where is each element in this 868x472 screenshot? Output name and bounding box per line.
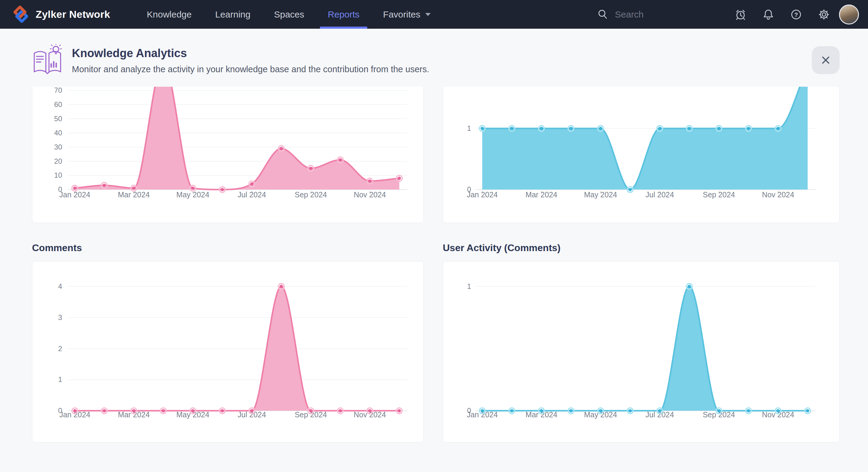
svg-text:Nov 2024: Nov 2024 [354, 190, 386, 199]
user-avatar[interactable] [839, 4, 859, 25]
alarm-clock-icon[interactable] [735, 9, 746, 20]
page: Zylker Network KnowledgeLearningSpacesRe… [0, 0, 868, 472]
nav-item-label: Favorites [383, 9, 420, 20]
close-button[interactable] [812, 46, 840, 74]
svg-text:Jul 2024: Jul 2024 [238, 190, 266, 199]
svg-text:50: 50 [54, 115, 62, 123]
svg-text:Jan 2024: Jan 2024 [59, 190, 90, 199]
svg-text:1: 1 [467, 282, 471, 290]
chart-card-comments: 01234Jan 2024Mar 2024May 2024Jul 2024Sep… [32, 261, 424, 442]
top-navbar: Zylker Network KnowledgeLearningSpacesRe… [0, 0, 868, 29]
svg-text:May 2024: May 2024 [584, 190, 617, 199]
chart-title-comments: Comments [32, 242, 82, 254]
svg-text:May 2024: May 2024 [176, 190, 210, 199]
svg-text:Jul 2024: Jul 2024 [645, 190, 674, 199]
svg-text:?: ? [794, 11, 798, 18]
svg-text:Nov 2024: Nov 2024 [762, 190, 794, 199]
brand-name: Zylker Network [36, 8, 110, 20]
nav-item-reports[interactable]: Reports [328, 0, 360, 29]
nav-item-favorites[interactable]: Favorites [383, 0, 430, 29]
svg-text:70: 70 [54, 86, 62, 94]
brand[interactable]: Zylker Network [12, 0, 110, 29]
svg-text:Mar 2024: Mar 2024 [118, 190, 150, 199]
svg-text:Mar 2024: Mar 2024 [526, 190, 557, 199]
area-chart-comments-pink: 01234Jan 2024Mar 2024May 2024Jul 2024Sep… [32, 261, 424, 442]
chart-card-user-activity: 01Jan 2024Mar 2024May 2024Jul 2024Sep 20… [443, 261, 840, 442]
main-nav: KnowledgeLearningSpacesReportsFavorites [147, 0, 431, 29]
notifications-bell-icon[interactable] [763, 9, 774, 20]
svg-text:Jan 2024: Jan 2024 [467, 190, 498, 199]
knowledge-analytics-icon [31, 44, 64, 77]
page-header: Knowledge Analytics Monitor and analyze … [0, 29, 868, 87]
nav-item-knowledge[interactable]: Knowledge [147, 0, 191, 29]
svg-text:60: 60 [54, 100, 62, 109]
nav-item-spaces[interactable]: Spaces [274, 0, 304, 29]
nav-item-learning[interactable]: Learning [215, 0, 250, 29]
chart-title-user-activity-comments: User Activity (Comments) [443, 242, 561, 254]
settings-gear-icon[interactable] [818, 9, 830, 20]
search-placeholder: Search [615, 9, 644, 20]
main-content: 010203040506070Jan 2024Mar 2024May 2024J… [0, 29, 868, 472]
svg-text:Sep 2024: Sep 2024 [703, 190, 735, 199]
page-subtitle: Monitor and analyze the activity in your… [72, 64, 429, 74]
search-icon [597, 9, 608, 20]
svg-text:20: 20 [54, 157, 62, 165]
page-title: Knowledge Analytics [72, 47, 187, 60]
nav-item-label: Spaces [274, 9, 304, 20]
svg-text:40: 40 [54, 129, 62, 137]
chevron-down-icon [425, 13, 431, 16]
svg-text:30: 30 [54, 143, 62, 151]
svg-text:1: 1 [58, 375, 62, 383]
close-icon [820, 54, 832, 66]
search-input[interactable]: Search [597, 0, 644, 29]
svg-text:1: 1 [467, 124, 471, 132]
nav-icons: ? [735, 0, 830, 29]
svg-text:10: 10 [54, 171, 62, 179]
svg-text:Sep 2024: Sep 2024 [295, 190, 327, 199]
nav-item-label: Knowledge [147, 9, 191, 20]
nav-item-label: Reports [328, 9, 360, 20]
svg-text:3: 3 [58, 313, 62, 322]
area-chart-user-activity-cyan: 01Jan 2024Mar 2024May 2024Jul 2024Sep 20… [443, 261, 839, 442]
svg-text:4: 4 [58, 282, 62, 290]
help-icon[interactable]: ? [790, 9, 802, 20]
zylker-logo-icon [12, 6, 30, 23]
svg-text:2: 2 [58, 345, 62, 353]
nav-item-label: Learning [215, 9, 250, 20]
